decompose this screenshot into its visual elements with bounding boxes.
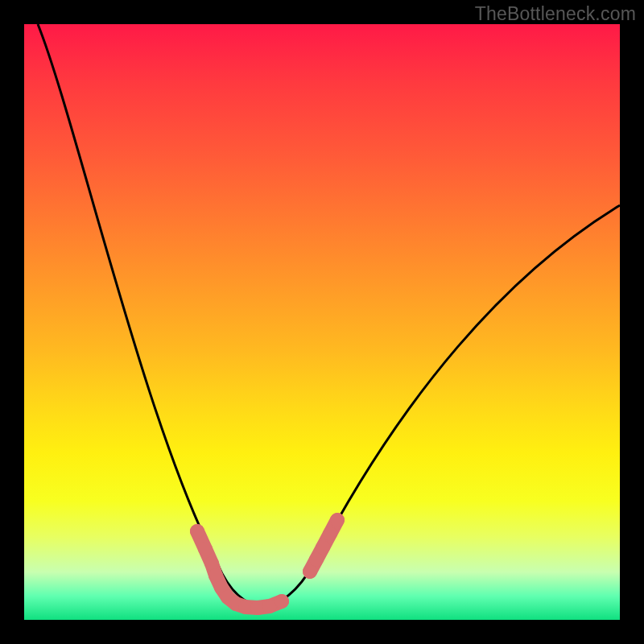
emphasis-segment-right: [303, 513, 345, 579]
chart-svg: [24, 24, 620, 620]
chart-frame: TheBottleneck.com: [0, 0, 644, 644]
watermark-text: TheBottleneck.com: [475, 3, 636, 25]
emphasis-left-dot: [275, 594, 289, 609]
emphasis-right-dot: [330, 513, 345, 527]
emphasis-right-dot: [323, 526, 337, 541]
emphasis-segment-left: [190, 524, 289, 615]
bottleneck-curve: [38, 24, 620, 606]
plot-area: [24, 24, 620, 620]
emphasis-left-dot: [198, 542, 213, 556]
emphasis-left-dot: [190, 524, 204, 539]
emphasis-right-dot: [316, 540, 330, 555]
